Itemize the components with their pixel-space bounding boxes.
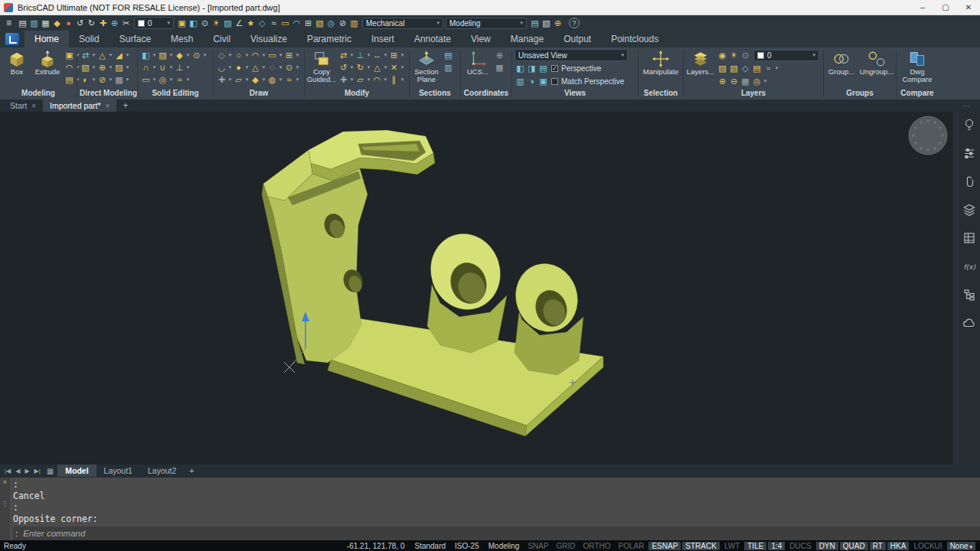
tool-icon[interactable]: ✕: [388, 62, 400, 73]
cloud-icon[interactable]: [962, 316, 976, 330]
status-toggle-dyn[interactable]: DYN: [816, 542, 838, 550]
tool-icon[interactable]: ▨: [157, 50, 168, 61]
dropdown-caret[interactable]: ▾: [125, 77, 130, 83]
hamburger-menu-icon[interactable]: ≡: [3, 18, 15, 28]
dropdown-caret[interactable]: ▾: [763, 78, 768, 84]
dropdown-caret[interactable]: ▾: [349, 77, 354, 83]
dropdown-caret[interactable]: ▾: [261, 52, 266, 58]
close-command-panel-icon[interactable]: ×: [3, 478, 7, 486]
tool-icon[interactable]: ⊙: [740, 50, 751, 61]
dropdown-caret[interactable]: ▾: [227, 64, 233, 70]
grip-dots-icon[interactable]: ⋮: [2, 500, 8, 507]
tool-icon[interactable]: ◑: [526, 76, 537, 87]
tool-icon[interactable]: ◨: [526, 63, 537, 74]
layout-nav-icon[interactable]: ▶|: [32, 468, 43, 474]
ribbon-tab-annotate[interactable]: Annotate: [404, 31, 461, 47]
ribbon-tab-output[interactable]: Output: [554, 31, 601, 47]
dropdown-caret[interactable]: ▾: [278, 77, 283, 83]
manipulate-button[interactable]: Manipulate: [643, 49, 678, 76]
status-toggle-polar[interactable]: POLAR: [616, 542, 648, 550]
copy-guided-button[interactable]: Copy Guided...: [307, 49, 336, 83]
tool-icon[interactable]: ∠: [234, 18, 245, 29]
close-tab-icon[interactable]: ×: [31, 102, 36, 110]
dropdown-caret[interactable]: ▾: [108, 64, 113, 70]
tool-icon[interactable]: ◠: [371, 74, 383, 86]
tool-icon[interactable]: ≈: [283, 74, 295, 86]
section-plane-button[interactable]: Section Plane: [412, 49, 441, 83]
layout-list-icon[interactable]: ▦: [43, 467, 57, 475]
tool-icon[interactable]: ◇: [216, 50, 227, 61]
minimize-button[interactable]: –: [911, 0, 934, 15]
tool-icon[interactable]: ◎: [325, 18, 337, 29]
layer-combo[interactable]: 0▾: [753, 50, 819, 61]
status-toggle-ducs[interactable]: DUCS: [786, 542, 814, 550]
dropdown-caret[interactable]: ▾: [202, 52, 207, 58]
tool-icon[interactable]: ↻: [86, 18, 97, 29]
tool-icon[interactable]: ▤: [751, 63, 763, 74]
tool-icon[interactable]: ▱: [233, 74, 244, 86]
tool-icon[interactable]: ⇄: [338, 50, 349, 61]
tool-icon[interactable]: ⊥: [174, 62, 185, 73]
tool-icon[interactable]: ⊙: [191, 50, 202, 61]
dropdown-caret[interactable]: ▾: [278, 52, 283, 58]
tool-icon[interactable]: ★: [245, 18, 256, 29]
dropdown-caret[interactable]: ▾: [383, 64, 388, 70]
tool-icon[interactable]: ◎: [751, 76, 763, 87]
layout-tab-model[interactable]: Model: [57, 465, 96, 477]
tool-icon[interactable]: ▥: [28, 18, 40, 29]
dwg-compare-button[interactable]: Dwg Compare: [899, 49, 936, 83]
tool-icon[interactable]: △: [96, 50, 108, 61]
dropdown-caret[interactable]: ▾: [244, 52, 250, 58]
tool-icon[interactable]: ▤: [64, 74, 75, 86]
tool-icon[interactable]: ▭: [266, 50, 278, 61]
tool-icon[interactable]: ▧: [541, 18, 552, 29]
ribbon-tab-home[interactable]: Home: [24, 31, 69, 47]
paperclip-icon[interactable]: [962, 174, 976, 188]
dropdown-caret[interactable]: ▾: [383, 77, 388, 83]
command-input[interactable]: : Enter command: [13, 527, 980, 540]
tool-icon[interactable]: △: [371, 62, 383, 73]
close-button[interactable]: ✕: [957, 0, 980, 15]
tool-icon[interactable]: ◡: [216, 62, 227, 73]
status-toggle-ortho[interactable]: ORTHO: [580, 542, 614, 550]
dropdown-caret[interactable]: ▾: [152, 52, 157, 58]
ribbon-tab-surface[interactable]: Surface: [109, 31, 161, 47]
dropdown-caret[interactable]: ▾: [278, 64, 283, 70]
tool-icon[interactable]: ⊥: [354, 50, 366, 61]
tool-icon[interactable]: ✚: [216, 74, 227, 86]
tool-icon[interactable]: ◆: [51, 18, 63, 29]
tool-icon[interactable]: ◌: [266, 62, 278, 73]
dropdown-caret[interactable]: ▾: [227, 77, 233, 83]
tool-icon[interactable]: ☀: [728, 50, 740, 61]
dropdown-caret[interactable]: ▾: [383, 52, 388, 58]
tool-icon[interactable]: ▤: [529, 18, 541, 29]
dropdown-caret[interactable]: ▾: [349, 64, 354, 70]
tool-icon[interactable]: ↔: [371, 50, 383, 61]
tool-icon[interactable]: ▤: [443, 50, 454, 61]
ribbon-tab-view[interactable]: View: [461, 31, 501, 47]
layout-tab-layout1[interactable]: Layout1: [96, 465, 140, 477]
tool-icon[interactable]: ⊕: [96, 62, 108, 73]
tool-icon[interactable]: ⊕: [494, 50, 505, 61]
dropdown-caret[interactable]: ▾: [349, 52, 354, 58]
dropdown-caret[interactable]: ▾: [185, 77, 191, 83]
dropdown-caret[interactable]: ▾: [400, 64, 405, 70]
status-toggle-lwt[interactable]: LWT: [721, 542, 743, 550]
tool-icon[interactable]: △: [250, 62, 261, 73]
tool-icon[interactable]: ▨: [717, 63, 728, 74]
tool-icon[interactable]: ◐: [80, 74, 91, 86]
tool-icon[interactable]: ⇄: [80, 50, 91, 61]
tool-icon[interactable]: ▦: [740, 76, 751, 87]
dropdown-caret[interactable]: ▾: [227, 52, 233, 58]
tool-icon[interactable]: ◧: [514, 63, 526, 74]
tool-icon[interactable]: ●: [233, 62, 244, 73]
dropdown-caret[interactable]: ▾: [969, 544, 972, 549]
dropdown-caret[interactable]: ▾: [152, 64, 157, 70]
tool-icon[interactable]: ✚: [97, 18, 109, 29]
tool-icon[interactable]: ◎: [157, 74, 168, 86]
dropdown-caret[interactable]: ▾: [91, 64, 96, 70]
tool-icon[interactable]: ◆: [250, 74, 261, 86]
sheet-icon[interactable]: [962, 231, 976, 245]
layout-nav-icon[interactable]: ◀: [13, 468, 22, 474]
tool-icon[interactable]: ⊕: [552, 18, 564, 29]
